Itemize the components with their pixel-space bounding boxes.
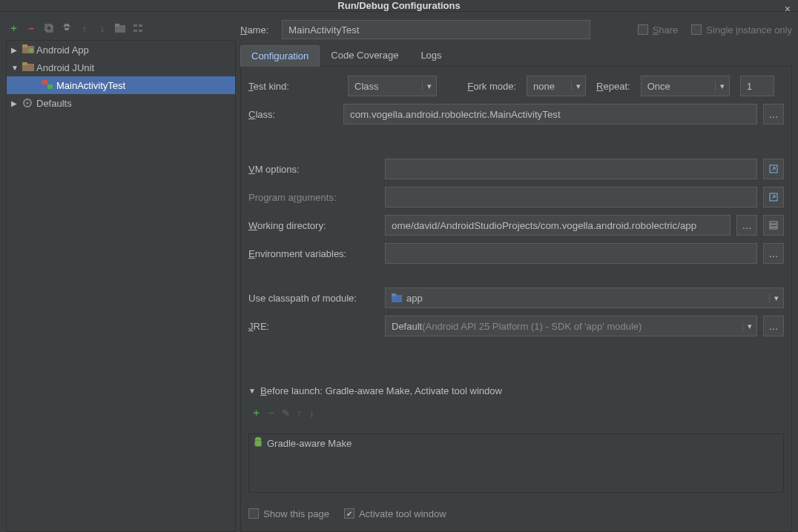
svg-rect-21: [392, 293, 396, 296]
vm-options-label: VM options:: [248, 164, 379, 175]
junit-test-icon: [42, 80, 54, 90]
close-icon[interactable]: ×: [785, 3, 791, 15]
android-junit-icon: [22, 62, 34, 73]
chevron-right-icon[interactable]: ▶: [11, 46, 20, 54]
tab-code-coverage[interactable]: Code Coverage: [320, 44, 409, 66]
collapse-icon[interactable]: [132, 22, 144, 34]
settings-icon[interactable]: [61, 22, 73, 34]
tab-configuration[interactable]: Configuration: [240, 45, 320, 67]
title-bar: Run/Debug Configurations ×: [0, 0, 798, 12]
tree-label: MainActivityTest: [56, 80, 125, 91]
before-launch-toolbar: ＋ − ✎ ↑ ↓: [248, 404, 784, 422]
vm-options-input[interactable]: [385, 159, 757, 179]
classpath-select[interactable]: app: [385, 287, 784, 308]
tree-label: Android JUnit: [36, 62, 94, 73]
svg-rect-9: [29, 66, 31, 68]
env-vars-label: Environment variables:: [248, 248, 379, 259]
name-input[interactable]: [282, 20, 590, 39]
svg-rect-18: [770, 225, 777, 227]
jre-select[interactable]: Default (Android API 25 Platform (1) - S…: [385, 316, 757, 336]
add-icon[interactable]: ＋: [7, 22, 19, 34]
show-this-page-checkbox[interactable]: Show this page: [248, 508, 329, 519]
android-app-icon: [22, 44, 34, 55]
svg-rect-3: [115, 24, 119, 27]
single-instance-checkbox[interactable]: Single instance only: [691, 24, 792, 36]
copy-icon[interactable]: [43, 22, 55, 34]
activate-tool-window-checkbox[interactable]: Activate tool window: [344, 508, 446, 519]
move-up-icon[interactable]: ↑: [79, 22, 90, 34]
edit-task-icon[interactable]: ✎: [282, 408, 290, 419]
tree-label: Defaults: [36, 98, 72, 109]
browse-class-button[interactable]: …: [763, 104, 784, 124]
share-checkbox[interactable]: Share: [638, 24, 679, 36]
move-task-down-icon[interactable]: ↓: [309, 408, 314, 419]
tree-node-mainactivitytest[interactable]: MainActivityTest: [7, 76, 235, 94]
working-dir-input[interactable]: [385, 215, 731, 236]
svg-rect-0: [45, 24, 51, 30]
window-title: Run/Debug Configurations: [337, 0, 460, 11]
remove-task-icon[interactable]: −: [268, 408, 274, 419]
svg-point-6: [29, 48, 33, 53]
svg-rect-5: [22, 44, 27, 47]
android-icon: [254, 437, 263, 450]
macros-workdir-button[interactable]: [763, 215, 784, 236]
tree-label: Android App: [36, 44, 89, 56]
svg-rect-12: [47, 84, 53, 89]
working-dir-label: Working directory:: [248, 220, 379, 231]
class-label: Class:: [248, 109, 337, 120]
repeat-select[interactable]: Once: [641, 76, 730, 96]
tree-node-defaults[interactable]: ▶ Defaults: [7, 94, 235, 112]
svg-rect-17: [770, 222, 777, 224]
tree-node-android-junit[interactable]: ▼ Android JUnit: [7, 59, 235, 76]
browse-env-button[interactable]: …: [763, 243, 784, 264]
svg-rect-19: [770, 227, 777, 229]
name-label: Name:: [240, 24, 274, 36]
add-task-icon[interactable]: ＋: [251, 406, 261, 419]
chevron-down-icon[interactable]: ▼: [11, 64, 20, 72]
svg-rect-10: [31, 68, 33, 70]
remove-icon[interactable]: −: [25, 22, 37, 34]
test-kind-select[interactable]: Class: [348, 76, 437, 96]
svg-rect-1: [47, 26, 53, 32]
tab-logs[interactable]: Logs: [409, 44, 452, 66]
gear-icon: [22, 98, 34, 108]
repeat-count-input[interactable]: [740, 76, 774, 96]
program-args-input[interactable]: [385, 187, 757, 207]
fork-mode-select[interactable]: none: [527, 76, 586, 96]
config-toolbar: ＋ − ↑ ↓: [6, 19, 236, 37]
folder-icon[interactable]: [114, 22, 126, 34]
test-kind-label: Test kind:: [248, 81, 337, 92]
expand-args-button[interactable]: [763, 187, 784, 207]
svg-rect-8: [22, 62, 27, 65]
before-launch-header[interactable]: ▼ Before launch: Gradle-aware Make, Acti…: [248, 385, 784, 396]
before-launch-list[interactable]: Gradle-aware Make: [248, 433, 784, 493]
tabs: Configuration Code Coverage Logs: [240, 44, 792, 67]
repeat-label: Repeat:: [596, 81, 630, 92]
chevron-down-icon[interactable]: ▼: [248, 387, 257, 395]
browse-jre-button[interactable]: …: [763, 316, 784, 336]
env-vars-input[interactable]: [385, 243, 757, 264]
expand-vm-button[interactable]: [763, 159, 784, 179]
before-launch-item[interactable]: Gradle-aware Make: [249, 434, 783, 452]
move-task-up-icon[interactable]: ↑: [297, 408, 303, 419]
svg-rect-11: [42, 80, 47, 84]
browse-workdir-button[interactable]: …: [736, 215, 757, 236]
classpath-label: Use classpath of module:: [248, 293, 379, 304]
class-input[interactable]: [343, 104, 757, 124]
move-down-icon[interactable]: ↓: [96, 22, 108, 34]
chevron-right-icon[interactable]: ▶: [11, 99, 20, 107]
configurations-tree[interactable]: ▶ Android App ▼ Android JUnit MainActivi…: [6, 40, 236, 532]
program-args-label: Program arguments:: [248, 192, 379, 203]
jre-label: JRE:: [248, 321, 379, 332]
svg-point-14: [27, 102, 29, 104]
fork-mode-label: Fork mode:: [467, 81, 516, 92]
tree-node-android-app[interactable]: ▶ Android App: [7, 41, 235, 59]
